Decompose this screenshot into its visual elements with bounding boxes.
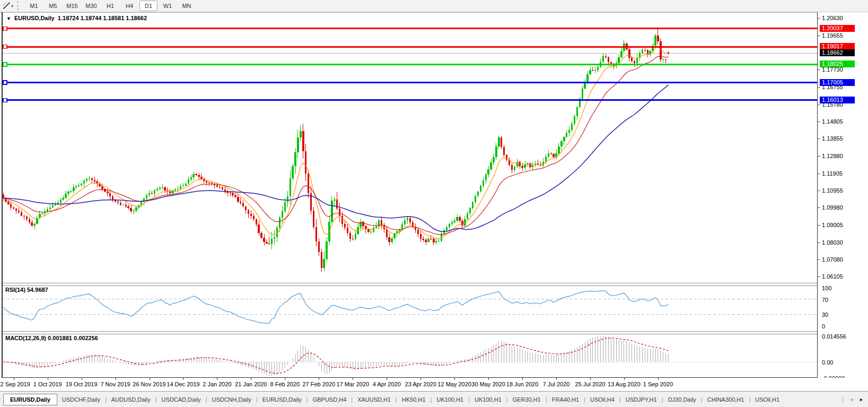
level-price-badge: 1.18025 — [820, 60, 855, 67]
chart-tab-eurusd-daily[interactable]: EURUSD,Daily — [3, 394, 57, 405]
period-toolbar: ▾ M1M5M15M30H1H4D1W1MN — [0, 0, 868, 12]
date-tick-mark — [48, 378, 48, 380]
ohlc-low: 1.18581 — [103, 15, 125, 21]
timeframe-button-m1[interactable]: M1 — [25, 1, 43, 11]
level-price-badge: 1.16013 — [820, 97, 855, 103]
line-studies-icon[interactable]: ▾ — [0, 1, 16, 11]
chart-tab-usdjpy-h1[interactable]: USDJPY,H1 — [621, 394, 662, 405]
chart-tab-ger30-h1[interactable]: GER30,H1 — [508, 394, 546, 405]
chart-title: ▼EURUSD,Daily 1.18724 1.18744 1.18581 1.… — [6, 15, 147, 21]
chart-tab-usdchf-daily[interactable]: USDCHF,Daily — [57, 394, 105, 405]
price-tick-label: 1.07080 — [822, 256, 843, 263]
date-tick-mark — [556, 378, 557, 380]
timeframe-button-d1[interactable]: D1 — [139, 1, 157, 11]
price-tick-label: 1.13855 — [822, 135, 843, 142]
price-tick-label: 1.20630 — [822, 15, 843, 21]
price-tick-mark — [818, 138, 820, 139]
chart-tab-hk50-h1[interactable]: HK50,H1 — [397, 394, 431, 405]
price-tick-label: 1.06105 — [822, 273, 843, 280]
price-tick-mark — [818, 174, 820, 174]
current-price-badge: 1.18662 — [820, 49, 855, 56]
date-tick-mark — [488, 378, 489, 380]
price-tick-label: 1.12880 — [822, 153, 843, 159]
macd-axis-label: 0.014556 — [822, 333, 846, 340]
chart-tab-eurusd-daily[interactable]: EURUSD,Daily — [258, 394, 306, 405]
price-tick-mark — [818, 36, 820, 36]
tab-separator: | — [842, 396, 844, 403]
date-tick-mark — [285, 378, 285, 380]
price-tick-mark — [818, 207, 820, 208]
level-price-badge: 1.20037 — [820, 25, 855, 32]
rsi-axis-label: 0 — [822, 323, 825, 330]
date-tick-mark — [217, 378, 217, 380]
price-tick-label: 1.14805 — [822, 118, 843, 125]
chart-tab-gbpusd-h4[interactable]: GBPUSD,H4 — [308, 394, 352, 405]
chart-tab-uk100-h1[interactable]: UK100,H1 — [470, 394, 506, 405]
timeframe-button-h1[interactable]: H1 — [101, 1, 119, 11]
ohlc-open: 1.18724 — [58, 15, 79, 21]
date-tick-mark — [14, 378, 14, 380]
price-tick-mark — [818, 122, 820, 122]
ohlc-close: 1.18662 — [126, 15, 147, 21]
macd-name: MACD(12,26,9) — [5, 335, 46, 341]
timeframe-button-h4[interactable]: H4 — [120, 1, 138, 11]
chevron-down-icon: ▾ — [11, 4, 13, 8]
date-tick-mark — [183, 378, 183, 380]
ohlc-high: 1.18744 — [81, 15, 102, 21]
date-tick-mark — [251, 378, 251, 380]
date-axis-label: 1 Sep 2020 — [634, 381, 682, 387]
symbol-dropdown-icon[interactable]: ▼ — [6, 16, 11, 21]
date-tick-mark — [590, 378, 591, 380]
price-tick-mark — [818, 87, 820, 88]
toolbar-separator — [17, 2, 21, 10]
chart-tab-xauusd-h1[interactable]: XAUUSD,H1 — [353, 394, 396, 405]
date-tick-mark — [319, 378, 319, 380]
price-tick-mark — [818, 70, 820, 70]
chart-tabbar: EURUSD,DailyUSDCHF,Daily | AUDUSD,Daily … — [0, 392, 868, 407]
chart-tab-china300-h1[interactable]: CHINA300,H1 — [703, 394, 749, 405]
level-price-badge: 1.17005 — [820, 79, 855, 86]
macd-pane-canvas[interactable] — [2, 333, 817, 378]
rsi-axis-label: 100 — [822, 285, 831, 291]
price-tick-label: 1.10955 — [822, 187, 843, 194]
price-tick-mark — [818, 105, 820, 105]
chart-tab-usdcnh-daily[interactable]: USDCNH,Daily — [207, 394, 256, 405]
chart-tab-uk100-h1[interactable]: UK100,H1 — [432, 394, 468, 405]
rsi-indicator-label: RSI(14) 54.9687 — [5, 287, 48, 293]
timeframe-button-w1[interactable]: W1 — [159, 1, 177, 11]
price-tick-label: 1.09980 — [822, 204, 843, 211]
price-tick-mark — [818, 18, 820, 19]
chart-tab-usoil-h4[interactable]: USOil,H4 — [585, 394, 619, 405]
tab-scroll-left-icon[interactable]: ◄ — [849, 397, 854, 402]
date-tick-mark — [150, 378, 150, 380]
price-tick-mark — [818, 259, 820, 260]
price-axis: 1.206301.196551.177301.167551.157801.148… — [818, 12, 868, 378]
rsi-current-value: 54.9687 — [27, 287, 48, 293]
date-tick-mark — [420, 378, 421, 380]
rsi-axis-label: 30 — [822, 311, 828, 318]
price-tick-label: 1.19655 — [822, 32, 843, 39]
chart-tab-dj30-daily[interactable]: DJ30,Daily — [663, 394, 701, 405]
macd-indicator-label: MACD(12,26,9) 0.001881 0.002256 — [5, 335, 98, 341]
chart-tab-usdcad-daily[interactable]: USDCAD,Daily — [157, 394, 206, 405]
date-tick-mark — [522, 378, 523, 380]
rsi-pane-canvas[interactable] — [2, 285, 817, 331]
macd-signal-value: 0.002256 — [74, 335, 98, 341]
price-tick-mark — [818, 243, 820, 243]
chart-tabs: EURUSD,DailyUSDCHF,Daily | AUDUSD,Daily … — [0, 394, 784, 405]
tab-scroll-arrows: | ◄ ► — [842, 396, 868, 403]
tab-scroll-right-icon[interactable]: ► — [859, 397, 864, 402]
symbol-name: EURUSD,Daily — [14, 15, 55, 21]
timeframe-button-mn[interactable]: MN — [178, 1, 196, 11]
timeframe-button-m5[interactable]: M5 — [44, 1, 62, 11]
date-tick-mark — [658, 378, 659, 380]
price-chart-canvas[interactable] — [2, 13, 817, 283]
chart-tab-fra40-h1[interactable]: FRA40,H1 — [547, 394, 584, 405]
timeframe-button-m30[interactable]: M30 — [82, 1, 100, 11]
price-tick-label: 1.09005 — [822, 222, 843, 228]
crosshair-tool-icon — [3, 2, 10, 10]
trading-terminal: { "toolbar": { "line_tool_caret": "▾", "… — [0, 0, 868, 407]
chart-tab-audusd-daily[interactable]: AUDUSD,Daily — [107, 394, 155, 405]
chart-tab-usoil-h1[interactable]: USOil,H1 — [750, 394, 784, 405]
timeframe-button-m15[interactable]: M15 — [63, 1, 81, 11]
